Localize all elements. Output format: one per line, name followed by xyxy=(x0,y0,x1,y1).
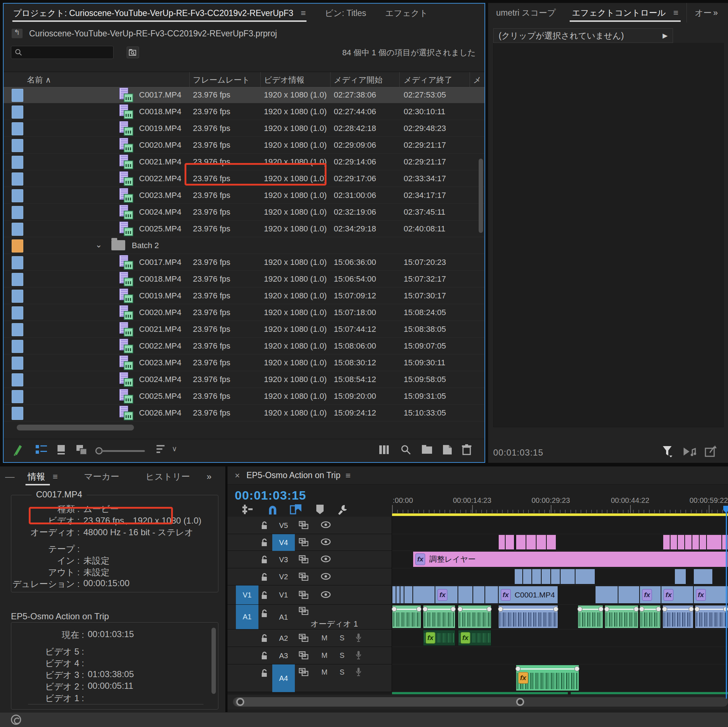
bin-row-clip[interactable]: C0018.MP4 23.976 fps 1920 x 1080 (1.0) 0… xyxy=(4,103,485,120)
solo-button[interactable]: S xyxy=(340,634,344,642)
mute-button[interactable]: M xyxy=(321,651,327,660)
bin-row-clip[interactable]: C0024.MP4 23.976 fps 1920 x 1080 (1.0) 1… xyxy=(4,371,485,388)
track-lane-v5[interactable] xyxy=(392,517,728,534)
timeline-clip[interactable]: fx xyxy=(693,586,728,604)
clip-name[interactable]: C0018.MP4 xyxy=(139,274,181,284)
tab-effect-controls[interactable]: エフェクトコントロール ≡ xyxy=(564,3,687,23)
timeline-clip[interactable]: fxC0001.MP4 xyxy=(498,586,558,604)
tab-bin-titles[interactable]: ビン: Titles xyxy=(315,4,376,23)
track-header-v2[interactable]: V2 xyxy=(228,568,392,585)
timeline-clip[interactable] xyxy=(413,586,435,604)
clip-name[interactable]: C0024.MP4 xyxy=(139,375,181,384)
track-header-a4[interactable]: A4MS xyxy=(228,664,392,692)
fx-badge[interactable]: fx xyxy=(501,589,511,601)
fx-badge[interactable]: fx xyxy=(518,672,528,684)
timeline-horizontal-scrollbar[interactable] xyxy=(228,695,728,710)
track-target-v2[interactable]: V2 xyxy=(272,568,295,585)
sync-lock-icon[interactable] xyxy=(299,651,308,659)
track-lock-icon[interactable] xyxy=(261,521,268,530)
timeline-clip[interactable]: fx xyxy=(423,630,456,646)
timeline-clip[interactable]: fx調整レイヤー xyxy=(413,551,728,567)
label-color-chip[interactable] xyxy=(12,306,23,319)
track-lock-icon[interactable] xyxy=(261,573,268,582)
timeline-timecode[interactable]: 00:01:03:15 xyxy=(235,488,306,502)
timeline-clip[interactable]: fx xyxy=(639,586,661,604)
timeline-clip[interactable] xyxy=(458,586,473,604)
sort-options-button[interactable] xyxy=(156,444,167,454)
tab-overflow-icon[interactable]: » xyxy=(705,3,726,23)
tab-info[interactable]: 情報 ≡ xyxy=(15,466,71,487)
navigate-up-icon[interactable] xyxy=(12,29,23,38)
timeline-clip[interactable] xyxy=(595,586,618,604)
label-color-chip[interactable] xyxy=(12,240,23,252)
snap-magnet-icon[interactable] xyxy=(265,503,280,516)
clip-name[interactable]: C0020.MP4 xyxy=(139,141,181,150)
track-target-a2[interactable]: A2 xyxy=(272,629,295,647)
bin-name[interactable]: Batch 2 xyxy=(132,241,159,250)
label-color-chip[interactable] xyxy=(12,373,23,386)
toggle-track-output-eye-icon[interactable] xyxy=(321,538,331,545)
track-lane-a1[interactable] xyxy=(392,605,728,629)
toggle-track-output-eye-icon[interactable] xyxy=(321,591,331,598)
sync-lock-icon[interactable] xyxy=(299,634,308,642)
solo-button[interactable]: S xyxy=(340,668,344,677)
timeline-clip[interactable] xyxy=(532,569,541,584)
keyframe-handle[interactable] xyxy=(423,606,428,612)
voiceover-mic-icon[interactable] xyxy=(356,651,361,660)
timeline-clip[interactable] xyxy=(605,605,638,628)
label-color-chip[interactable] xyxy=(12,223,23,236)
timeline-clip[interactable] xyxy=(541,569,551,584)
project-horizontal-scrollbar[interactable] xyxy=(4,423,485,433)
timeline-clip[interactable] xyxy=(663,535,670,550)
info-vertical-scrollbar[interactable] xyxy=(211,628,216,694)
timeline-clip[interactable] xyxy=(670,535,677,550)
bin-row-clip[interactable]: C0023.MP4 23.976 fps 1920 x 1080 (1.0) 1… xyxy=(4,354,485,371)
clip-name[interactable]: C0020.MP4 xyxy=(139,308,181,317)
track-lane-v4[interactable] xyxy=(392,534,728,551)
track-target-a4[interactable]: A4 xyxy=(272,664,295,692)
timeline-clip[interactable] xyxy=(560,569,575,584)
bin-row-clip[interactable]: C0023.MP4 23.976 fps 1920 x 1080 (1.0) 0… xyxy=(4,187,485,204)
label-color-chip[interactable] xyxy=(12,273,23,286)
source-patch-v1[interactable]: V1 xyxy=(236,585,258,604)
label-color-chip[interactable] xyxy=(12,173,23,186)
label-color-chip[interactable] xyxy=(12,390,23,403)
export-frame-icon[interactable] xyxy=(705,445,717,457)
label-color-chip[interactable] xyxy=(12,139,23,152)
voiceover-mic-icon[interactable] xyxy=(356,633,361,643)
freeform-view-button[interactable] xyxy=(76,444,88,456)
timeline-clip[interactable] xyxy=(396,586,400,604)
clip-name[interactable]: C0022.MP4 xyxy=(139,174,181,183)
timeline-clip[interactable]: fx xyxy=(661,586,693,604)
volume-rubber-band[interactable] xyxy=(517,668,578,669)
timeline-clip[interactable] xyxy=(458,605,491,628)
track-header-v5[interactable]: V5 xyxy=(228,517,392,534)
label-color-chip[interactable] xyxy=(12,189,23,202)
sync-lock-icon[interactable] xyxy=(299,591,308,599)
track-lock-icon[interactable] xyxy=(261,609,268,618)
delete-button[interactable] xyxy=(462,444,472,455)
timeline-clip[interactable] xyxy=(526,535,536,550)
track-target-v4[interactable]: V4 xyxy=(272,534,295,551)
timeline-clip[interactable] xyxy=(400,586,404,604)
track-lock-icon[interactable] xyxy=(261,634,268,643)
timeline-clip[interactable] xyxy=(699,535,707,550)
timeline-clip[interactable] xyxy=(707,535,722,550)
label-color-chip[interactable] xyxy=(12,407,23,420)
timeline-clip[interactable] xyxy=(678,535,685,550)
track-lock-icon[interactable] xyxy=(261,538,268,547)
timeline-clip[interactable] xyxy=(473,586,485,604)
label-color-chip[interactable] xyxy=(12,122,23,135)
bin-row-clip[interactable]: C0025.MP4 23.976 fps 1920 x 1080 (1.0) 0… xyxy=(4,220,485,237)
volume-rubber-band[interactable] xyxy=(424,609,455,610)
find-button[interactable] xyxy=(401,444,411,455)
label-color-chip[interactable] xyxy=(12,156,23,169)
timeline-clip[interactable] xyxy=(578,605,603,628)
column-next[interactable]: メ xyxy=(473,75,482,86)
keyframe-handle[interactable] xyxy=(634,606,639,612)
keyframe-handle[interactable] xyxy=(577,606,583,612)
new-item-button[interactable] xyxy=(442,444,453,455)
track-header-a1[interactable]: A1A1オーディオ 1 xyxy=(228,605,392,629)
keyframe-handle[interactable] xyxy=(639,606,644,612)
bin-row-clip[interactable]: C0017.MP4 23.976 fps 1920 x 1080 (1.0) 0… xyxy=(4,87,485,103)
